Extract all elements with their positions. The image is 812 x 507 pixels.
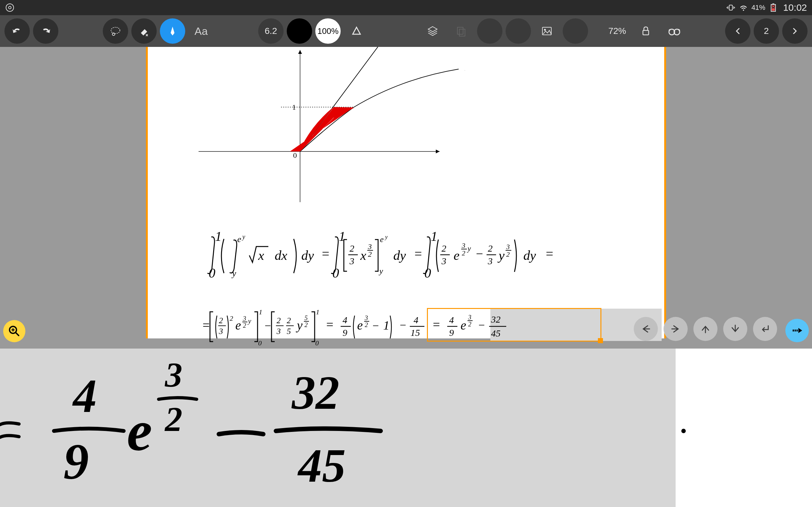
opacity-button[interactable]: 100% bbox=[315, 18, 341, 44]
svg-text:e: e bbox=[380, 235, 384, 244]
svg-text:2: 2 bbox=[506, 250, 510, 258]
lock-button[interactable] bbox=[633, 18, 658, 44]
svg-text:5: 5 bbox=[287, 327, 291, 336]
lasso-tool-button[interactable] bbox=[103, 18, 128, 44]
svg-text:y: y bbox=[385, 234, 388, 240]
svg-text:2: 2 bbox=[462, 249, 465, 257]
color-picker-button[interactable] bbox=[287, 18, 312, 44]
svg-text:x: x bbox=[258, 248, 264, 263]
svg-point-3 bbox=[743, 9, 744, 11]
document-page[interactable]: 1 0 x = e y 1 0 e y y x bbox=[146, 47, 666, 338]
text-tool-button[interactable]: Aa bbox=[189, 18, 214, 44]
brush-size-button[interactable]: 6.2 bbox=[258, 18, 284, 44]
toolbar: Aa 6.2 100% 72% 2 bbox=[0, 15, 812, 47]
nav-row bbox=[634, 317, 777, 341]
svg-text:1: 1 bbox=[383, 318, 390, 332]
graph-plot: 1 0 x = e y bbox=[180, 47, 465, 212]
curve-label: x = e bbox=[465, 61, 465, 73]
svg-text:=: = bbox=[432, 318, 441, 332]
svg-text:dy: dy bbox=[523, 248, 536, 263]
svg-text:=: = bbox=[414, 246, 422, 261]
svg-rect-9 bbox=[457, 27, 463, 34]
next-page-button[interactable] bbox=[782, 18, 808, 44]
eraser-tool-button[interactable] bbox=[131, 18, 157, 44]
svg-text:2: 2 bbox=[305, 321, 308, 328]
redo-button[interactable] bbox=[33, 18, 58, 44]
svg-text:1: 1 bbox=[215, 231, 222, 244]
svg-text:4: 4 bbox=[343, 315, 347, 325]
svg-text:e: e bbox=[237, 234, 241, 244]
svg-text:0: 0 bbox=[333, 266, 339, 280]
zoom-level-button[interactable]: 72% bbox=[605, 18, 630, 44]
page-number-button[interactable]: 2 bbox=[754, 18, 779, 44]
nav-down-button[interactable] bbox=[723, 317, 747, 341]
svg-text:e: e bbox=[127, 399, 152, 462]
vibrate-icon bbox=[726, 3, 735, 12]
svg-text:2: 2 bbox=[468, 321, 471, 328]
svg-text:2: 2 bbox=[368, 250, 372, 258]
slot-button-3[interactable] bbox=[563, 18, 588, 44]
advance-button[interactable] bbox=[785, 319, 809, 342]
svg-text:y: y bbox=[242, 233, 245, 240]
svg-text:9: 9 bbox=[449, 327, 454, 338]
svg-rect-2 bbox=[729, 5, 732, 10]
view-mode-button[interactable] bbox=[662, 18, 687, 44]
svg-text:3: 3 bbox=[506, 243, 510, 250]
copy-button[interactable] bbox=[449, 18, 474, 44]
svg-text:3: 3 bbox=[243, 315, 246, 322]
svg-text:0: 0 bbox=[258, 339, 262, 347]
prev-page-button[interactable] bbox=[725, 18, 751, 44]
svg-text:5: 5 bbox=[305, 314, 308, 321]
svg-rect-6 bbox=[772, 8, 775, 11]
svg-text:=: = bbox=[202, 318, 210, 332]
svg-text:3: 3 bbox=[276, 327, 281, 336]
svg-text:1: 1 bbox=[316, 308, 319, 316]
svg-text:3: 3 bbox=[488, 256, 493, 266]
nav-up-button[interactable] bbox=[693, 317, 717, 341]
canvas-area[interactable]: 1 0 x = e y 1 0 e y y x bbox=[0, 47, 812, 349]
image-button[interactable] bbox=[534, 18, 560, 44]
svg-text:=: = bbox=[321, 246, 330, 261]
svg-text:3: 3 bbox=[349, 256, 354, 266]
svg-text:0: 0 bbox=[315, 339, 319, 347]
math-line-1: 1 0 e y y x dx dy = 1 0 bbox=[202, 231, 646, 281]
svg-point-1 bbox=[9, 6, 11, 9]
svg-text:e: e bbox=[357, 318, 363, 332]
svg-text:9: 9 bbox=[343, 327, 347, 338]
svg-text:3: 3 bbox=[468, 314, 471, 321]
svg-text:2: 2 bbox=[365, 321, 368, 328]
nav-right-button[interactable] bbox=[664, 317, 688, 341]
zoom-toggle-button[interactable] bbox=[3, 320, 26, 342]
svg-rect-123 bbox=[797, 330, 798, 331]
svg-rect-122 bbox=[795, 330, 796, 331]
svg-text:0: 0 bbox=[424, 266, 431, 280]
slot-button-2[interactable] bbox=[506, 18, 531, 44]
svg-point-131 bbox=[681, 429, 686, 433]
page-number-label: 2 bbox=[764, 26, 769, 36]
undo-button[interactable] bbox=[4, 18, 30, 44]
magnify-panel[interactable]: 4 9 e 3 2 32 45 bbox=[0, 349, 812, 507]
slot-button-1[interactable] bbox=[477, 18, 502, 44]
svg-text:y: y bbox=[378, 267, 383, 276]
layers-button[interactable] bbox=[420, 18, 445, 44]
svg-text:2: 2 bbox=[230, 314, 233, 322]
svg-text:3: 3 bbox=[441, 256, 446, 266]
nav-return-button[interactable] bbox=[753, 317, 777, 341]
svg-text:3: 3 bbox=[218, 327, 223, 336]
svg-text:y: y bbox=[467, 244, 471, 252]
svg-text:45: 45 bbox=[297, 439, 346, 492]
svg-text:0: 0 bbox=[293, 151, 297, 159]
svg-text:−: − bbox=[475, 246, 484, 261]
svg-text:4: 4 bbox=[414, 315, 418, 325]
app-menu-icon[interactable] bbox=[5, 3, 14, 12]
shape-tool-button[interactable] bbox=[344, 18, 369, 44]
pen-tool-button[interactable] bbox=[160, 18, 185, 44]
svg-rect-10 bbox=[459, 29, 465, 36]
battery-icon bbox=[768, 3, 778, 12]
svg-text:e: e bbox=[235, 318, 241, 332]
svg-text:y: y bbox=[296, 318, 303, 332]
svg-text:2: 2 bbox=[287, 316, 291, 325]
svg-point-12 bbox=[544, 29, 546, 31]
svg-text:45: 45 bbox=[491, 328, 501, 338]
svg-point-0 bbox=[6, 4, 14, 11]
